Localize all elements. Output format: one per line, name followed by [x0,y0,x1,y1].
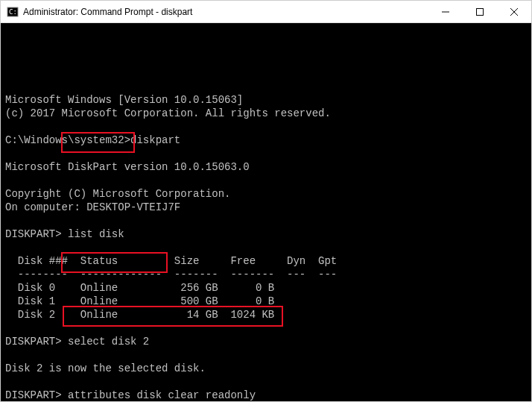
window-title: Administrator: Command Prompt - diskpart [23,7,428,17]
terminal-line: -------- ------------- ------- ------- -… [5,268,527,281]
terminal-line: Disk 1 Online 500 GB 0 B [5,295,527,308]
terminal-line: Disk 2 Online 14 GB 1024 KB [5,308,527,321]
terminal-line [5,147,527,160]
maximize-button[interactable] [463,1,497,22]
window-controls [428,1,531,22]
terminal-line: Microsoft DiskPart version 10.0.15063.0 [5,160,527,174]
terminal-line: Microsoft Windows [Version 10.0.15063] [5,93,527,107]
terminal-line: Copyright (C) Microsoft Corporation. [5,187,527,201]
terminal-line [5,214,527,227]
app-icon: C: [7,6,19,18]
terminal-line: (c) 2017 Microsoft Corporation. All righ… [5,107,527,120]
titlebar[interactable]: C: Administrator: Command Prompt - diskp… [1,1,531,23]
terminal-line: On computer: DESKTOP-VTEIJ7F [5,201,527,214]
terminal-output[interactable]: Microsoft Windows [Version 10.0.15063](c… [1,23,531,401]
command-prompt-window: C: Administrator: Command Prompt - diskp… [1,1,531,401]
terminal-line [5,321,527,335]
svg-rect-3 [477,8,484,15]
terminal-line [5,174,527,187]
terminal-line [5,348,527,362]
svg-text:C:: C: [9,8,17,16]
terminal-line: Disk ### Status Size Free Dyn Gpt [5,254,527,268]
terminal-line: C:\Windows\system32>diskpart [5,134,527,147]
terminal-line [5,241,527,254]
terminal-line: Disk 0 Online 256 GB 0 B [5,281,527,295]
terminal-line [5,375,527,389]
close-button[interactable] [497,1,531,22]
minimize-button[interactable] [428,1,463,22]
terminal-line: Disk 2 is now the selected disk. [5,362,527,375]
terminal-line: DISKPART> attributes disk clear readonly [5,389,527,401]
terminal-line: DISKPART> list disk [5,227,527,241]
terminal-line [5,120,527,134]
terminal-line: DISKPART> select disk 2 [5,335,527,348]
